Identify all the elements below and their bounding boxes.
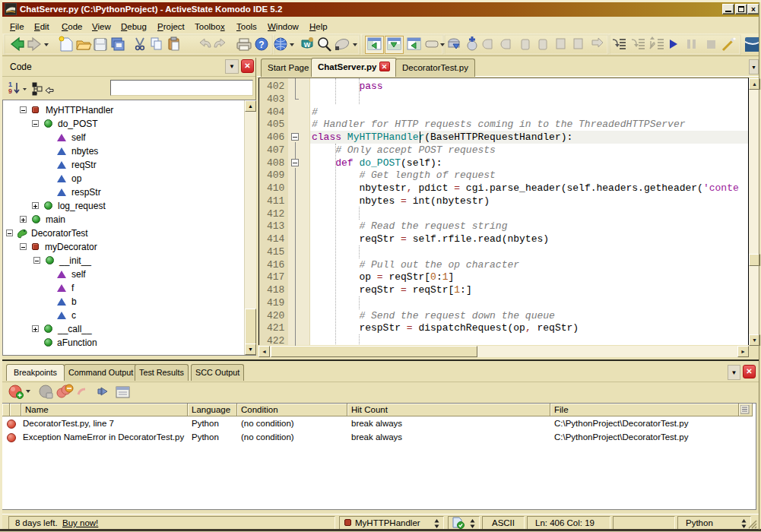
- svg-text:W: W: [304, 41, 311, 49]
- svg-text:9: 9: [8, 87, 12, 95]
- svg-text:?: ?: [258, 40, 264, 50]
